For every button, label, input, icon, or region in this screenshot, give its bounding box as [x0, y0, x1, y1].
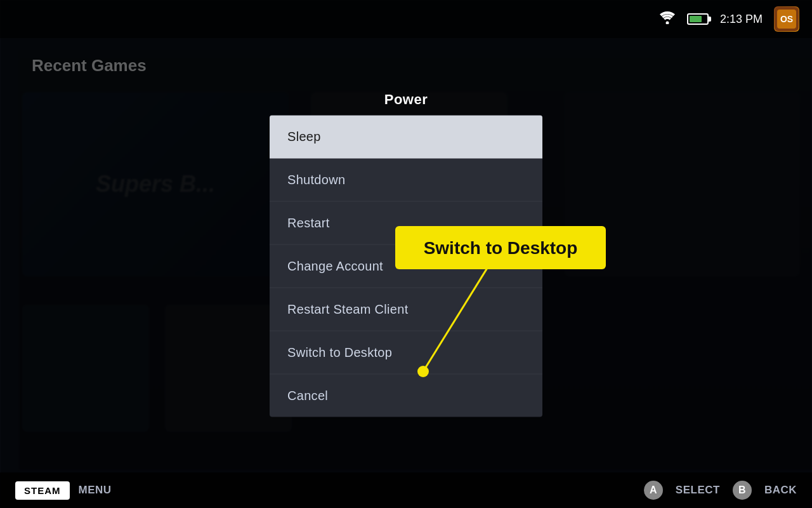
back-label: BACK — [764, 484, 797, 497]
avatar[interactable]: OS — [774, 6, 799, 32]
top-bar: 2:13 PM OS — [0, 0, 812, 38]
a-button-badge: A — [644, 481, 663, 500]
svg-text:OS: OS — [780, 14, 793, 24]
menu-item-sleep[interactable]: Sleep — [270, 116, 542, 159]
bottom-right-controls: A SELECT B BACK — [644, 481, 797, 500]
menu-item-shutdown[interactable]: Shutdown — [270, 159, 542, 202]
b-button-badge: B — [733, 481, 752, 500]
menu-label: MENU — [79, 484, 112, 497]
battery-icon — [687, 13, 709, 25]
wifi-icon — [659, 11, 676, 27]
clock: 2:13 PM — [720, 13, 763, 26]
menu-item-restart-steam[interactable]: Restart Steam Client — [270, 288, 542, 331]
menu-item-change-account[interactable]: Change Account — [270, 245, 542, 288]
modal-title: Power — [270, 91, 542, 108]
menu-item-cancel[interactable]: Cancel — [270, 375, 542, 417]
svg-point-0 — [665, 21, 669, 24]
menu-item-restart[interactable]: Restart — [270, 202, 542, 245]
modal-menu: Sleep Shutdown Restart Change Account Re… — [270, 116, 542, 417]
bottom-left-controls: STEAM MENU — [15, 481, 112, 500]
select-label: SELECT — [676, 484, 720, 497]
menu-item-switch-desktop[interactable]: Switch to Desktop — [270, 331, 542, 375]
bottom-bar: STEAM MENU A SELECT B BACK — [0, 472, 812, 508]
steam-button[interactable]: STEAM — [15, 481, 70, 500]
power-modal: Power Sleep Shutdown Restart Change Acco… — [270, 91, 542, 417]
recent-games-title: Recent Games — [32, 56, 147, 76]
